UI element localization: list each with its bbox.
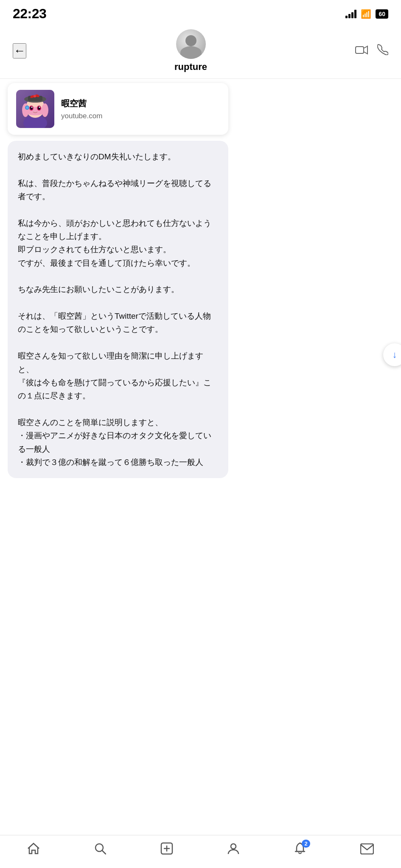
link-preview-url: youtube.com [61, 112, 102, 120]
svg-point-11 [22, 103, 29, 117]
nav-compose[interactable] [160, 842, 173, 858]
link-preview-card[interactable]: 暇空茜 youtube.com [8, 83, 228, 135]
chat-area: 暇空茜 youtube.com 初めましていきなりのDM失礼いたします。私は、普… [0, 79, 401, 487]
wifi-icon: 📶 [361, 9, 371, 19]
svg-point-9 [34, 95, 36, 97]
svg-point-12 [42, 103, 48, 117]
chat-header: ← rupture [0, 25, 401, 78]
nav-profile[interactable] [227, 842, 240, 858]
mail-icon [360, 843, 374, 857]
svg-point-20 [26, 106, 28, 109]
svg-point-26 [231, 844, 236, 849]
svg-rect-28 [361, 844, 373, 854]
battery-icon: 60 [376, 9, 388, 19]
notification-badge: 2 [302, 840, 310, 848]
status-time: 22:23 [13, 6, 46, 22]
avatar[interactable] [176, 29, 206, 59]
scroll-down-button[interactable]: ↓ [383, 343, 401, 366]
nav-messages[interactable] [360, 843, 374, 857]
nav-home[interactable] [27, 843, 40, 857]
message-container: 初めましていきなりのDM失礼いたします。私は、普段たかちゃんねるや神域リーグを視… [8, 141, 393, 478]
profile-icon [227, 842, 240, 858]
status-bar: 22:23 📶 60 [0, 0, 401, 25]
message-bubble: 初めましていきなりのDM失礼いたします。私は、普段たかちゃんねるや神域リーグを視… [8, 141, 228, 478]
video-call-button[interactable] [355, 44, 368, 58]
nav-search[interactable] [94, 843, 106, 857]
scroll-down-icon: ↓ [393, 349, 397, 360]
signal-icon [345, 10, 356, 18]
svg-line-22 [102, 851, 106, 854]
svg-point-18 [39, 107, 40, 108]
home-icon [27, 843, 40, 857]
header-actions [355, 44, 388, 58]
link-preview-title: 暇空茜 [61, 98, 102, 109]
compose-icon [160, 842, 173, 858]
header-center: rupture [174, 29, 207, 72]
link-preview-thumbnail [16, 90, 54, 128]
status-icons: 📶 60 [345, 9, 388, 19]
link-preview-info: 暇空茜 youtube.com [61, 98, 102, 120]
phone-call-button[interactable] [377, 44, 388, 58]
svg-point-17 [31, 107, 33, 108]
back-button[interactable]: ← [13, 43, 26, 58]
svg-rect-0 [356, 47, 364, 53]
username-label: rupture [174, 61, 207, 72]
search-icon [94, 843, 106, 857]
bottom-nav: 2 [0, 835, 401, 868]
message-text: 初めましていきなりのDM失礼いたします。私は、普段たかちゃんねるや神域リーグを視… [18, 152, 211, 467]
nav-notifications[interactable]: 2 [294, 842, 306, 858]
